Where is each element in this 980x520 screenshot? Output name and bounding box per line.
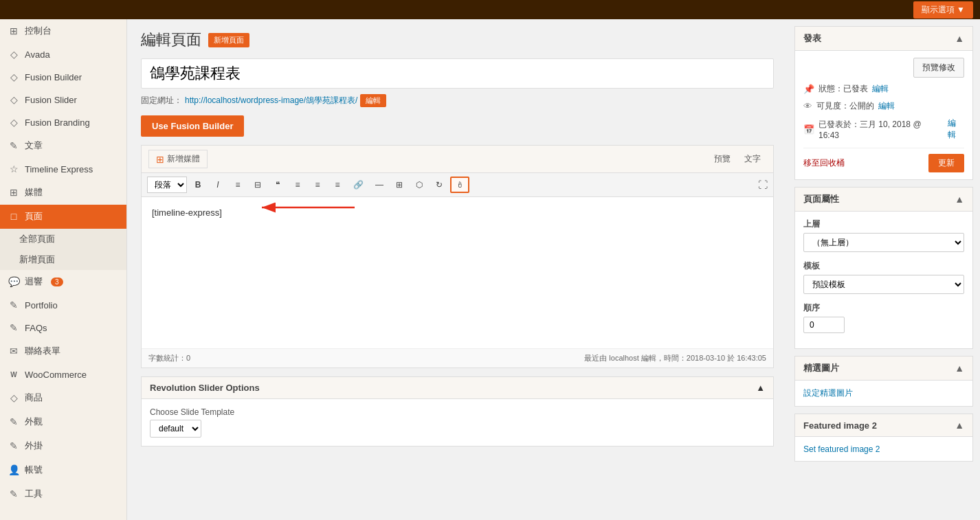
fusion-builder-icon: ◇ xyxy=(8,71,19,82)
update-button[interactable]: 更新 xyxy=(928,154,964,172)
bold-button[interactable]: B xyxy=(189,177,207,192)
order-input[interactable] xyxy=(803,317,845,333)
sidebar-item-avada[interactable]: ◇ Avada xyxy=(0,43,126,66)
editor-preview-tab[interactable]: 預覽 xyxy=(709,150,736,168)
timeline-icon: ☆ xyxy=(8,163,19,174)
editor-content: [timeline-express] xyxy=(152,207,222,218)
set-featured-image-link[interactable]: 設定精選圖片 xyxy=(803,388,853,398)
sidebar-item-media[interactable]: ⊞ 媒體 xyxy=(0,181,126,205)
custom2-button[interactable]: ↻ xyxy=(430,177,448,192)
custom1-button[interactable]: ⬡ xyxy=(410,177,428,192)
page-attr-toggle[interactable]: ▲ xyxy=(955,194,964,205)
table-button[interactable]: ⊞ xyxy=(390,177,408,192)
editor-format-bar: 段落 B I ≡ ⊟ ❝ ≡ ≡ ≡ 🔗 — ⊞ ⬡ ↻ 🕯 ⛶ xyxy=(142,173,773,197)
content-area: 編輯頁面 新增頁面 固定網址： http://localhost/wordpre… xyxy=(127,19,788,520)
sidebar-item-tools[interactable]: ✎ 工具 xyxy=(0,482,126,506)
publish-widget-toggle[interactable]: ▲ xyxy=(955,33,964,44)
permalink-url[interactable]: http://localhost/wordpress-image/鴿學苑課程表/ xyxy=(185,95,357,106)
revolution-slider-header[interactable]: Revolution Slider Options ▲ xyxy=(142,377,773,399)
sidebar-item-timeline[interactable]: ☆ Timeline Express xyxy=(0,158,126,181)
sidebar-item-pages[interactable]: □ 頁面 xyxy=(0,205,126,229)
sidebar-item-products[interactable]: ◇ 商品 xyxy=(0,386,126,410)
featured-image2-title: Featured image 2 xyxy=(803,420,877,431)
ul-list-button[interactable]: ≡ xyxy=(229,177,247,192)
preview-button[interactable]: 預覽修改 xyxy=(913,58,964,78)
sidebar-item-all-pages[interactable]: 全部頁面 xyxy=(0,229,126,249)
visibility-edit-link[interactable]: 編輯 xyxy=(878,100,895,112)
add-media-icon: ⊞ xyxy=(156,154,164,165)
featured-image2-toggle[interactable]: ▲ xyxy=(955,420,964,431)
visibility-label: 可見度：公開的 xyxy=(816,100,874,112)
sidebar-item-contact[interactable]: ✉ 聯絡表單 xyxy=(0,339,126,363)
editor-text-tab[interactable]: 文字 xyxy=(739,150,766,168)
link-button[interactable]: 🔗 xyxy=(348,177,368,192)
add-media-button[interactable]: ⊞ 新增媒體 xyxy=(148,150,208,168)
products-icon: ◇ xyxy=(8,392,19,403)
sidebar-item-woocommerce[interactable]: W WooCommerce xyxy=(0,363,126,386)
permalink-label: 固定網址： xyxy=(141,95,182,106)
align-center-button[interactable]: ≡ xyxy=(309,177,326,192)
hrule-button[interactable]: — xyxy=(370,177,388,192)
pages-icon: □ xyxy=(8,211,19,222)
sidebar-item-comments[interactable]: 💬 迴響 3 xyxy=(0,270,126,294)
publish-widget-title: 發表 xyxy=(803,32,821,45)
sidebar-item-posts[interactable]: ✎ 文章 xyxy=(0,134,126,158)
editor-body[interactable]: [timeline-express] xyxy=(142,197,773,348)
featured-image-title: 精選圖片 xyxy=(803,362,839,374)
sidebar-item-portfolio[interactable]: ✎ Portfolio xyxy=(0,294,126,317)
featured-image-toggle[interactable]: ▲ xyxy=(955,363,964,374)
highlighted-button[interactable]: 🕯 xyxy=(450,177,469,193)
revolution-slider-title: Revolution Slider Options xyxy=(150,383,260,393)
account-icon: 👤 xyxy=(8,464,19,475)
sidebar-item-fusion-branding[interactable]: ◇ Fusion Branding xyxy=(0,111,126,134)
permalink-edit-button[interactable]: 編輯 xyxy=(360,94,386,107)
status-edit-link[interactable]: 編輯 xyxy=(872,83,889,95)
new-page-button[interactable]: 新增頁面 xyxy=(208,33,249,47)
template-select[interactable]: 預設模板 xyxy=(803,275,964,294)
published-edit-link[interactable]: 編輯 xyxy=(948,117,964,141)
page-attr-header: 頁面屬性 ▲ xyxy=(795,188,972,212)
set-featured-image2-link[interactable]: Set featured image 2 xyxy=(803,444,880,454)
parent-select[interactable]: （無上層） xyxy=(803,233,964,252)
ol-list-button[interactable]: ⊟ xyxy=(249,177,267,192)
sidebar-item-dashboard[interactable]: ⊞ 控制台 xyxy=(0,19,126,43)
slide-template-select[interactable]: default xyxy=(150,420,201,438)
align-left-button[interactable]: ≡ xyxy=(289,177,307,192)
template-label: 模板 xyxy=(803,260,964,272)
sidebar-item-fusion-builder[interactable]: ◇ Fusion Builder xyxy=(0,66,126,89)
featured-image-widget: 精選圖片 ▲ 設定精選圖片 xyxy=(794,356,973,407)
slide-template-label: Choose Slide Template xyxy=(150,407,765,417)
align-right-button[interactable]: ≡ xyxy=(328,177,346,192)
woocommerce-icon: W xyxy=(8,369,19,380)
fusion-builder-button[interactable]: Use Fusion Builder xyxy=(141,115,244,137)
status-row: 📌 狀態：已發表 編輯 xyxy=(803,83,964,95)
format-select[interactable]: 段落 xyxy=(147,177,187,193)
show-options-button[interactable]: 顯示選項 ▼ xyxy=(913,1,973,19)
italic-button[interactable]: I xyxy=(209,177,227,192)
sidebar-item-appearance[interactable]: ✎ 外觀 xyxy=(0,410,126,434)
featured-image2-body: Set featured image 2 xyxy=(795,437,972,461)
trash-link[interactable]: 移至回收桶 xyxy=(803,157,845,169)
page-attr-title: 頁面屬性 xyxy=(803,193,839,205)
sidebar-item-faqs[interactable]: ✎ FAQs xyxy=(0,317,126,339)
sidebar-item-plugins[interactable]: ✎ 外掛 xyxy=(0,434,126,458)
page-header: 編輯頁面 新增頁面 xyxy=(141,30,774,50)
parent-row: 上層 （無上層） xyxy=(803,218,964,252)
sidebar-item-fusion-slider[interactable]: ◇ Fusion Slider xyxy=(0,89,126,111)
permalink: 固定網址： http://localhost/wordpress-image/鴿… xyxy=(141,94,774,107)
visibility-icon: 👁 xyxy=(803,101,812,111)
fullscreen-button[interactable]: ⛶ xyxy=(758,179,768,190)
sidebar-item-account[interactable]: 👤 帳號 xyxy=(0,458,126,482)
calendar-icon: 📅 xyxy=(803,124,814,135)
editor-toolbar-top: ⊞ 新增媒體 預覽 文字 xyxy=(142,146,773,173)
comments-badge: 3 xyxy=(51,278,63,286)
page-title: 編輯頁面 xyxy=(141,30,201,50)
order-label: 順序 xyxy=(803,302,964,314)
post-title-input[interactable] xyxy=(141,58,774,89)
publish-actions: 移至回收桶 更新 xyxy=(803,148,964,172)
sidebar-item-new-page[interactable]: 新增頁面 xyxy=(0,249,126,270)
featured-image2-widget: Featured image 2 ▲ Set featured image 2 xyxy=(794,414,973,462)
blockquote-button[interactable]: ❝ xyxy=(269,177,287,192)
published-row: 📅 已發表於：三月 10, 2018 @ 16:43 編輯 xyxy=(803,117,964,141)
parent-label: 上層 xyxy=(803,218,964,230)
